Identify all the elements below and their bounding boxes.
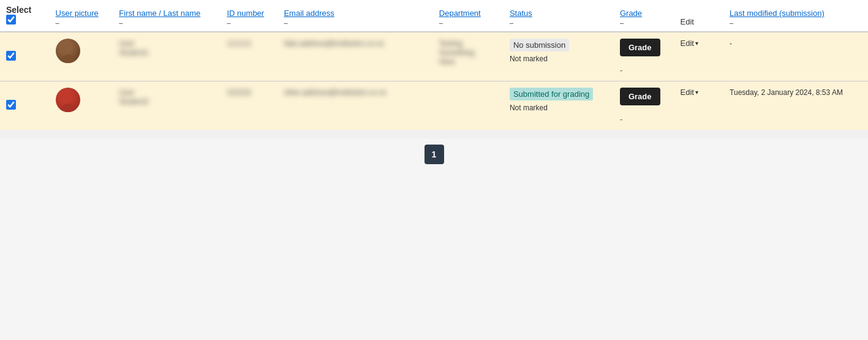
row1-chevron-icon: ▾ bbox=[695, 40, 698, 47]
page-1-button[interactable]: 1 bbox=[425, 145, 444, 164]
col-header-id: ID number – bbox=[221, 0, 277, 32]
row1-edit-cell: Edit ▾ bbox=[674, 32, 723, 81]
row2-name: UserStudent2 bbox=[119, 88, 148, 106]
row2-idnum: 222222 bbox=[227, 88, 251, 97]
row1-dept-cell: TestingSomethingHere bbox=[433, 32, 504, 81]
col-sort-dept: – bbox=[439, 19, 497, 26]
row2-email: other.address@institution.co.nz bbox=[284, 88, 387, 97]
row2-chevron-icon: ▾ bbox=[695, 89, 698, 96]
select-label: Select bbox=[6, 5, 31, 15]
table-header-row: Select User picture – First name / Last … bbox=[0, 0, 868, 32]
table-body: UserStudent1 111111 fake.address@institu… bbox=[0, 32, 868, 130]
col-link-status[interactable]: Status bbox=[510, 9, 532, 18]
row2-grade-button[interactable]: Grade bbox=[620, 88, 660, 105]
row1-select-cell bbox=[0, 32, 50, 81]
row1-grade-button[interactable]: Grade bbox=[620, 39, 660, 56]
row2-grade-value: - bbox=[620, 115, 622, 124]
col-sort-email: – bbox=[284, 19, 426, 26]
col-link-dept[interactable]: Department bbox=[439, 9, 481, 18]
row1-lastmod-cell: - bbox=[723, 32, 868, 81]
row1-grade-cell: Grade - bbox=[614, 32, 674, 81]
col-sort-lastmod: – bbox=[730, 19, 862, 26]
row1-edit-dropdown[interactable]: Edit ▾ bbox=[680, 39, 698, 48]
table-row: UserStudent1 111111 fake.address@institu… bbox=[0, 32, 868, 81]
col-sort-grade: – bbox=[620, 19, 668, 26]
col-link-picture[interactable]: User picture bbox=[56, 9, 99, 18]
col-link-name[interactable]: First name / Last name bbox=[119, 9, 200, 18]
row2-avatar bbox=[56, 88, 80, 112]
row1-dept: TestingSomethingHere bbox=[439, 39, 474, 66]
row1-status-badge: No submission bbox=[510, 39, 569, 51]
row1-name: UserStudent1 bbox=[119, 39, 148, 57]
row2-edit-dropdown[interactable]: Edit ▾ bbox=[680, 88, 698, 97]
submissions-table: Select User picture – First name / Last … bbox=[0, 0, 868, 130]
row1-id-cell: 111111 bbox=[221, 32, 277, 81]
row1-email: fake.address@institution.co.nz bbox=[284, 39, 384, 48]
row2-lastmod-value: Tuesday, 2 January 2024, 8:53 AM bbox=[730, 88, 843, 97]
col-header-grade: Grade – bbox=[614, 0, 674, 32]
col-header-edit: Edit bbox=[674, 0, 723, 32]
row2-id-cell: 222222 bbox=[221, 81, 277, 130]
row2-status-badge: Submitted for grading bbox=[510, 88, 593, 100]
row2-dept-cell bbox=[433, 81, 504, 130]
row2-edit-cell: Edit ▾ bbox=[674, 81, 723, 130]
col-header-name: First name / Last name – bbox=[113, 0, 221, 32]
row1-grade-value: - bbox=[620, 66, 622, 75]
col-sort-picture: – bbox=[56, 19, 107, 26]
row1-picture-cell bbox=[50, 32, 113, 81]
col-edit-label: Edit bbox=[680, 17, 693, 26]
col-header-email: Email address – bbox=[277, 0, 432, 32]
row1-avatar bbox=[56, 39, 80, 63]
pagination-bar: 1 bbox=[0, 138, 868, 170]
row2-sub-status: Not marked bbox=[510, 104, 548, 112]
col-header-dept: Department – bbox=[433, 0, 504, 32]
col-header-select: Select bbox=[0, 0, 50, 32]
col-header-picture: User picture – bbox=[50, 0, 113, 32]
row1-idnum: 111111 bbox=[227, 39, 251, 48]
col-link-email[interactable]: Email address bbox=[284, 9, 334, 18]
col-sort-status: – bbox=[510, 19, 608, 26]
submissions-table-wrapper: Select User picture – First name / Last … bbox=[0, 0, 868, 138]
col-header-status: Status – bbox=[504, 0, 614, 32]
horizontal-scrollbar[interactable] bbox=[0, 130, 868, 138]
row1-name-cell: UserStudent1 bbox=[113, 32, 221, 81]
row2-grade-cell: Grade - bbox=[614, 81, 674, 130]
col-header-lastmod: Last modified (submission) – bbox=[723, 0, 868, 32]
row1-email-cell: fake.address@institution.co.nz bbox=[277, 32, 432, 81]
row2-status-cell: Submitted for grading Not marked bbox=[504, 81, 614, 130]
col-link-lastmod[interactable]: Last modified (submission) bbox=[730, 9, 825, 18]
row2-picture-cell bbox=[50, 81, 113, 130]
row1-lastmod-value: - bbox=[730, 39, 732, 48]
row1-checkbox[interactable] bbox=[6, 51, 16, 61]
row2-name-cell: UserStudent2 bbox=[113, 81, 221, 130]
col-sort-id: – bbox=[227, 19, 271, 26]
table-row: UserStudent2 222222 other.address@instit… bbox=[0, 81, 868, 130]
col-link-grade[interactable]: Grade bbox=[620, 9, 642, 18]
row1-status-cell: No submission Not marked bbox=[504, 32, 614, 81]
row2-checkbox[interactable] bbox=[6, 100, 16, 110]
row2-email-cell: other.address@institution.co.nz bbox=[277, 81, 432, 130]
select-all-checkbox[interactable] bbox=[6, 15, 16, 25]
row1-sub-status: Not marked bbox=[510, 55, 548, 63]
col-sort-name: – bbox=[119, 19, 214, 26]
row2-lastmod-cell: Tuesday, 2 January 2024, 8:53 AM bbox=[723, 81, 868, 130]
col-link-id[interactable]: ID number bbox=[227, 9, 264, 18]
row2-select-cell bbox=[0, 81, 50, 130]
